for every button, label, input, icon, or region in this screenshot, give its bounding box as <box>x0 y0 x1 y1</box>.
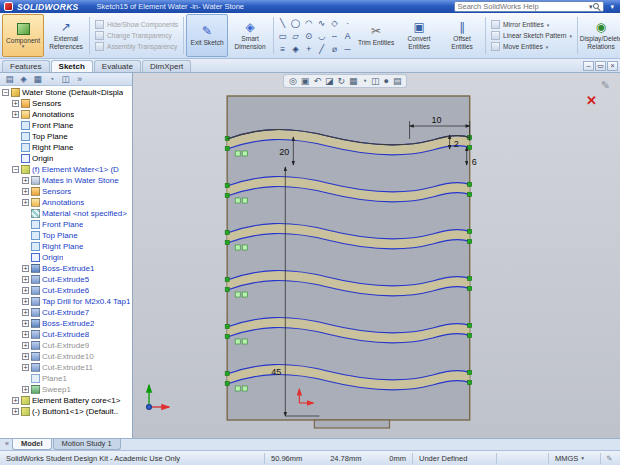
zoom-area-icon[interactable]: ▣ <box>301 76 310 86</box>
expander-toggle[interactable]: + <box>22 309 29 316</box>
tab-dimxpert[interactable]: DimXpert <box>142 60 191 72</box>
tree-item[interactable]: +Sensors <box>0 98 132 109</box>
spline-tool-icon[interactable]: ∿ <box>315 16 328 29</box>
text-tool-icon[interactable]: A <box>341 29 354 42</box>
trim-entities-button[interactable]: ✂ Trim Entities <box>355 14 397 57</box>
propertymanager-tab-icon[interactable]: ◈ <box>17 74 30 84</box>
tree-item[interactable]: +Annotations <box>0 109 132 120</box>
expander-toggle[interactable]: + <box>12 397 19 404</box>
tree-item[interactable]: Plane1 <box>0 373 132 384</box>
tab-model[interactable]: Model <box>12 439 52 450</box>
expander-toggle[interactable]: − <box>12 166 19 173</box>
expander-toggle[interactable]: − <box>2 89 9 96</box>
expander-toggle[interactable]: + <box>12 408 19 415</box>
segment-tool-icon[interactable]: ─ <box>341 42 354 55</box>
featuremanager-tab-icon[interactable]: ▤ <box>3 74 16 84</box>
tree-item[interactable]: +Cut-Extrude10 <box>0 351 132 362</box>
section-view-icon[interactable]: ◪ <box>325 76 334 86</box>
expander-toggle[interactable]: + <box>22 353 29 360</box>
tree-item[interactable]: +Sweep1 <box>0 384 132 395</box>
expander-toggle[interactable]: + <box>22 331 29 338</box>
rectangle-tool-icon[interactable]: ▭ <box>276 29 289 42</box>
tree-item[interactable]: +Cut-Extrude9 <box>0 340 132 351</box>
configurationmanager-tab-icon[interactable]: ▦ <box>31 74 44 84</box>
tree-item[interactable]: +Boss-Extrude1 <box>0 263 132 274</box>
tab-sketch[interactable]: Sketch <box>51 60 93 72</box>
centerline-tool-icon[interactable]: ╌ <box>328 29 341 42</box>
ellipse-tool-icon[interactable]: ⊙ <box>302 29 315 42</box>
restore-button[interactable]: ▭ <box>595 61 606 71</box>
tab-motion-study-1[interactable]: Motion Study 1 <box>53 439 121 450</box>
expander-toggle[interactable]: + <box>12 111 19 118</box>
expander-toggle[interactable]: + <box>22 287 29 294</box>
tree-item[interactable]: +Element Battery core<1> <box>0 395 132 406</box>
external-references-button[interactable]: ↗ External References <box>45 14 87 57</box>
tree-item[interactable]: +Annotations <box>0 197 132 208</box>
diameter-tool-icon[interactable]: ⌀ <box>328 42 341 55</box>
search-box[interactable]: ▾ <box>454 1 604 12</box>
zoom-fit-icon[interactable]: ◎ <box>289 76 297 86</box>
expander-toggle[interactable]: + <box>22 188 29 195</box>
polygon-tool-icon[interactable]: ◇ <box>328 16 341 29</box>
solidworks-logo-icon[interactable] <box>4 2 13 11</box>
sketch-dimension-tool-icon[interactable]: ◈ <box>289 42 302 55</box>
displaymanager-tab-icon[interactable]: ◫ <box>59 74 72 84</box>
tree-item[interactable]: Origin <box>0 252 132 263</box>
minimize-button[interactable]: – <box>583 61 594 71</box>
display-style-icon[interactable]: ◔ <box>362 76 367 86</box>
arc-tool-icon[interactable]: ◠ <box>302 16 315 29</box>
rotate-view-icon[interactable]: ↻ <box>337 76 345 86</box>
expander-toggle[interactable]: + <box>22 320 29 327</box>
search-icon[interactable] <box>593 3 601 11</box>
tree-item[interactable]: −Water Stone (Default<Displa <box>0 87 132 98</box>
close-button[interactable]: × <box>607 61 618 71</box>
expander-toggle[interactable]: + <box>22 342 29 349</box>
expander-toggle[interactable]: + <box>22 298 29 305</box>
tree-item[interactable]: Origin <box>0 153 132 164</box>
tree-item[interactable]: Top Plane <box>0 131 132 142</box>
edit-appearance-icon[interactable]: ● <box>383 76 388 86</box>
tree-item[interactable]: Front Plane <box>0 120 132 131</box>
tree-item[interactable]: +Cut-Extrude11 <box>0 362 132 373</box>
tree-item[interactable]: +Cut-Extrude7 <box>0 307 132 318</box>
diagonal-tool-icon[interactable]: ╱ <box>315 42 328 55</box>
expander-toggle[interactable]: + <box>22 276 29 283</box>
convert-entities-button[interactable]: ▣ Convert Entities <box>398 14 440 57</box>
offset-entities-button[interactable]: ∥ Offset Entities <box>441 14 483 57</box>
viewport-canvas[interactable]: 10 2 20 6 <box>133 73 620 438</box>
point-tool-icon[interactable]: · <box>341 16 354 29</box>
tree-item[interactable]: +Tap Drill for M2x0.4 Tap1 <box>0 296 132 307</box>
insert-component-button[interactable]: Component ▾ <box>2 14 44 57</box>
tab-scroll-icon[interactable]: « <box>2 439 12 447</box>
view-orientation-icon[interactable]: ▦ <box>349 76 358 86</box>
expander-toggle[interactable]: + <box>12 100 19 107</box>
cancel-sketch-icon[interactable]: ✕ <box>586 95 597 106</box>
previous-view-icon[interactable]: ↶ <box>313 76 321 86</box>
dimxpertmanager-tab-icon[interactable]: ◔ <box>45 74 58 84</box>
linear-sketch-pattern-button[interactable]: Linear Sketch Pattern▾ <box>491 31 572 40</box>
expander-toggle[interactable]: + <box>22 265 29 272</box>
part-bottom-tab[interactable] <box>314 420 389 428</box>
tree-item[interactable]: +Sensors <box>0 186 132 197</box>
construction-geometry-tool-icon[interactable]: ≡ <box>276 42 289 55</box>
expander-toggle[interactable]: + <box>22 364 29 371</box>
tab-features[interactable]: Features <box>2 60 50 72</box>
tree-item[interactable]: Right Plane <box>0 142 132 153</box>
expander-toggle[interactable]: + <box>22 199 29 206</box>
tree-item[interactable]: Front Plane <box>0 219 132 230</box>
search-input[interactable] <box>457 2 587 11</box>
title-bar[interactable]: SOLIDWORKS Sketch15 of Element Water -in… <box>0 0 620 13</box>
tree-item[interactable]: Top Plane <box>0 230 132 241</box>
tree-item[interactable]: +Boss-Extrude2 <box>0 318 132 329</box>
tree-item[interactable]: +Cut-Extrude5 <box>0 274 132 285</box>
tree-item[interactable]: +Cut-Extrude6 <box>0 285 132 296</box>
tree-item[interactable]: −(f) Element Water<1> (D <box>0 164 132 175</box>
line-tool-icon[interactable]: ╲ <box>276 16 289 29</box>
resources-panel-toggle-icon[interactable]: ▾ <box>608 3 616 11</box>
exit-sketch-button[interactable]: ✎ Exit Sketch <box>186 14 228 57</box>
move-entities-button[interactable]: Move Entities▾ <box>491 42 572 51</box>
sketch-indicator-icon[interactable]: ✎ <box>586 79 610 92</box>
tree-item[interactable]: +Mates in Water Stone <box>0 175 132 186</box>
circle-tool-icon[interactable]: ◯ <box>289 16 302 29</box>
mirror-entities-button[interactable]: Mirror Entities▾ <box>491 20 572 29</box>
